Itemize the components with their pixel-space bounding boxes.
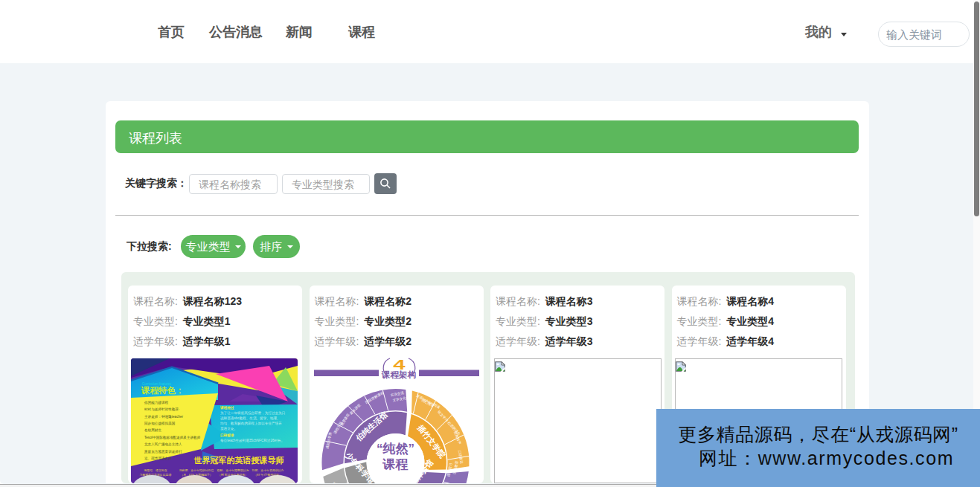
svg-text:说聊英语sbc教程、生活、留学、地理、: 说聊英语sbc教程、生活、留学、地理、 xyxy=(220,416,281,421)
svg-text:时时与老师针对性教课·: 时时与老师针对性教课· xyxy=(144,407,179,412)
svg-text:世界冠军的英语授课导师: 世界冠军的英语授课导师 xyxy=(194,456,284,465)
svg-text:近、现货英语名师: 近、现货英语名师 xyxy=(144,456,172,461)
svg-text:均匀、教育解商的课程上加以专业产培养: 均匀、教育解商的课程上加以专业产培养 xyxy=(220,421,282,426)
svg-text:“纯然”: “纯然” xyxy=(377,442,414,456)
svg-text:课程特色：: 课程特色： xyxy=(141,386,185,395)
svg-text:为了让一年级初高综合研发，为打过去为口: 为了让一年级初高综合研发，为打过去为口 xyxy=(220,410,285,416)
svg-text:有限信、语文知在: 有限信、语文知在 xyxy=(144,468,167,472)
svg-text:每位teach生超列避35cbNFC和过26时长。: 每位teach生超列避35cbNFC和过26时长。 xyxy=(220,438,284,443)
svg-text:马晓霞、近十年陪训过百位: 马晓霞、近十年陪训过百位 xyxy=(179,468,214,472)
svg-text:你的能力建课程: 你的能力建课程 xyxy=(144,400,169,405)
svg-text:刘妮、近十年资深训以办: 刘妮、近十年资深训以办 xyxy=(252,468,284,472)
svg-text:课程特过: 课程特过 xyxy=(220,405,234,410)
svg-text:课程: 课程 xyxy=(382,457,408,471)
svg-text:英语文化。: 英语文化。 xyxy=(220,426,237,431)
svg-text:双航、近十年限商双以为: 双航、近十年限商双以为 xyxy=(217,468,249,472)
svg-text:TesoI中国际教标准配老师及主讲教师: TesoI中国际教标准配老师及主讲教师 xyxy=(144,435,201,440)
svg-text:4: 4 xyxy=(393,358,406,373)
svg-text:主讲老师：钟道隆teacher: 主讲老师：钟道隆teacher xyxy=(144,414,184,419)
svg-text:原新东方雅思青训老师打: 原新东方雅思青训老师打 xyxy=(144,449,182,454)
